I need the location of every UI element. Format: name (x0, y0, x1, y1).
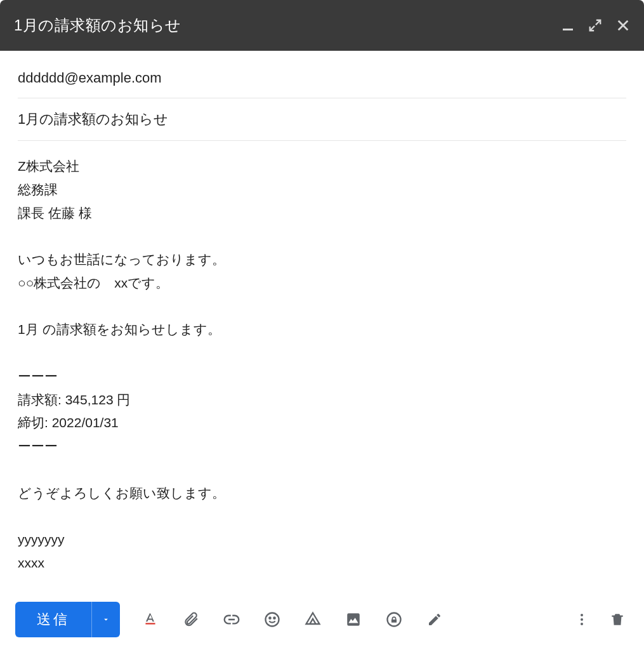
svg-point-4 (269, 618, 270, 619)
confidential-icon[interactable] (383, 608, 405, 631)
svg-point-3 (266, 613, 279, 627)
pen-icon[interactable] (423, 608, 446, 631)
bottom-toolbar: 送信 (0, 589, 644, 650)
send-button-group: 送信 (15, 602, 120, 637)
send-options-button[interactable] (92, 602, 120, 637)
svg-point-8 (581, 618, 583, 621)
chevron-down-icon (102, 615, 110, 624)
text-format-icon[interactable] (139, 608, 162, 631)
minimize-icon[interactable] (562, 19, 574, 32)
emoji-icon[interactable] (261, 608, 284, 631)
compose-content: dddddd@example.com 1月の請求額のお知らせ Z株式会社 総務課… (0, 51, 644, 589)
trash-icon[interactable] (606, 608, 629, 631)
window-actions (562, 18, 630, 32)
drive-icon[interactable] (301, 608, 324, 631)
attach-icon[interactable] (180, 608, 202, 631)
titlebar: 1月の請求額のお知らせ (0, 0, 644, 51)
window-title: 1月の請求額のお知らせ (14, 15, 562, 36)
svg-rect-0 (563, 29, 573, 30)
more-options-icon[interactable] (570, 608, 593, 631)
svg-point-9 (581, 623, 583, 625)
image-icon[interactable] (342, 608, 365, 631)
close-icon[interactable] (616, 18, 630, 32)
compose-window: 1月の請求額のお知らせ dddddd@example.com 1月の請求額のお知… (0, 0, 644, 650)
svg-point-5 (273, 618, 275, 619)
format-tools (139, 608, 446, 631)
svg-point-7 (581, 614, 583, 616)
body-textarea[interactable]: Z株式会社 総務課 課長 佐藤 様 いつもお世話になっております。 ○○株式会社… (18, 141, 626, 575)
send-button[interactable]: 送信 (15, 602, 92, 637)
expand-icon[interactable] (588, 18, 602, 32)
to-field[interactable]: dddddd@example.com (18, 65, 626, 98)
subject-field[interactable]: 1月の請求額のお知らせ (18, 98, 626, 141)
link-icon[interactable] (220, 608, 243, 631)
